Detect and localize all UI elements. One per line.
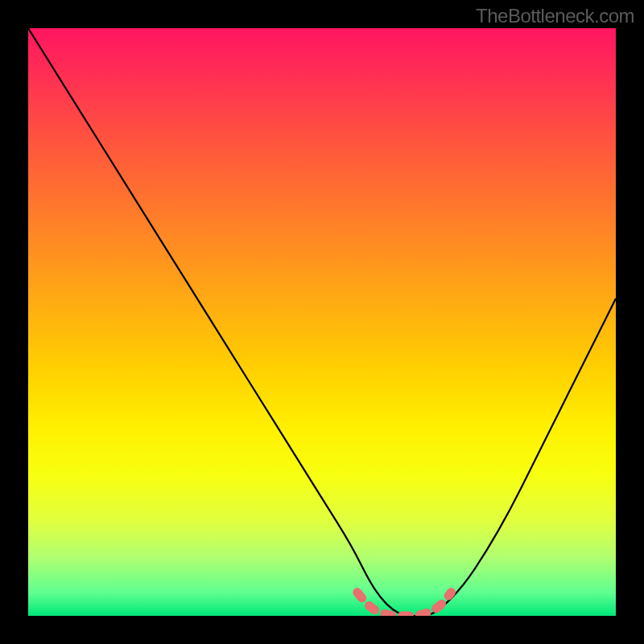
chart-plot-area — [28, 28, 616, 616]
bottleneck-curve-path — [28, 28, 616, 616]
chart-svg — [28, 28, 616, 616]
optimal-zone-marker-path — [357, 592, 452, 616]
watermark-text: TheBottleneck.com — [476, 5, 634, 27]
